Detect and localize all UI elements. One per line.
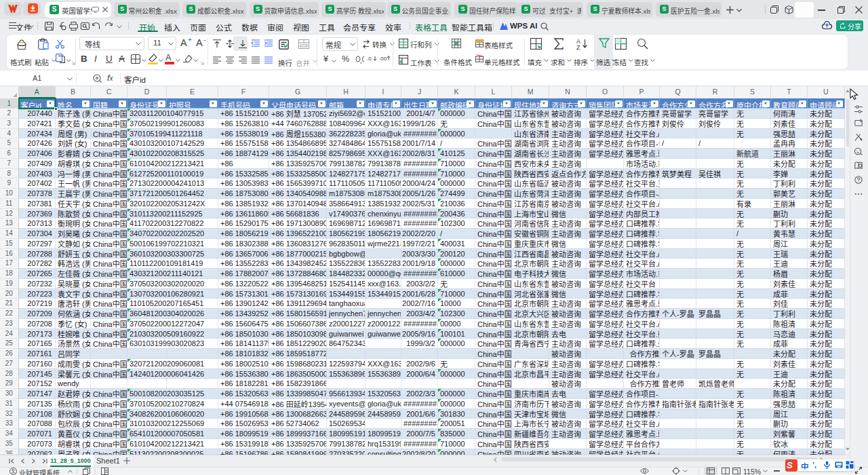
svg-text:Z: Z (576, 44, 580, 51)
svg-text:.00: .00 (379, 56, 387, 62)
svg-text:.0: .0 (367, 56, 372, 62)
